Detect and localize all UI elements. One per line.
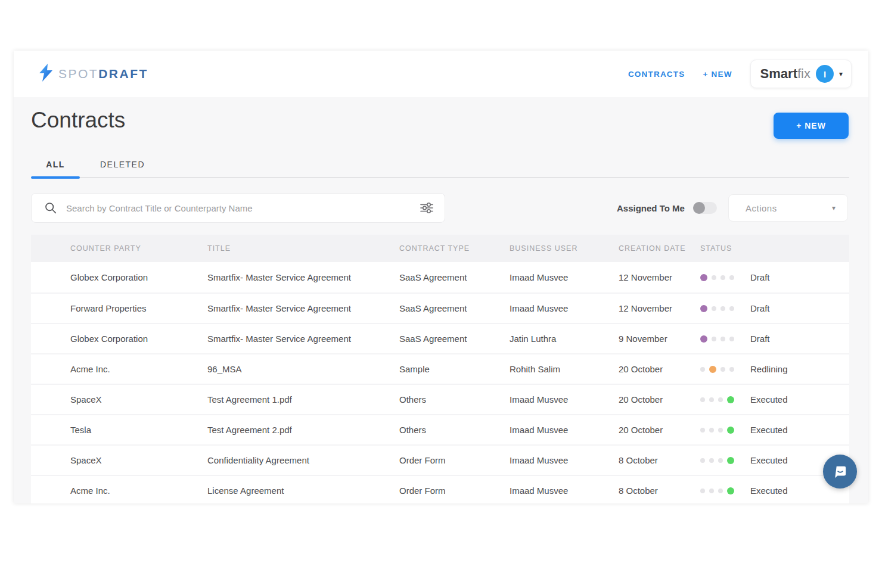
contracts-table: COUNTER PARTY TITLE CONTRACT TYPE BUSINE… <box>31 235 849 503</box>
cell-status: Executed <box>700 486 849 496</box>
cell-business-user: Imaad Musvee <box>510 455 619 465</box>
status-dot <box>720 306 725 311</box>
cell-contract-type: Others <box>399 425 510 435</box>
cell-title: Smartfix- Master Service Agreement <box>207 303 399 313</box>
nav-new-link[interactable]: + NEW <box>703 70 732 79</box>
actions-dropdown[interactable]: Actions ▾ <box>728 194 848 222</box>
cell-creation-date: 12 November <box>619 303 700 313</box>
cell-business-user: Rohith Salim <box>510 364 619 374</box>
status-dot <box>709 458 714 463</box>
status-dot <box>700 458 705 463</box>
chevron-down-icon: ▾ <box>832 204 836 212</box>
table-row[interactable]: Acme Inc. License Agreement Order Form I… <box>31 475 849 503</box>
table-row[interactable]: Globex Corporation Smartfix- Master Serv… <box>31 323 849 353</box>
active-tab-indicator <box>31 176 80 179</box>
status-dot <box>727 396 734 403</box>
app-window: SPOTDRAFT CONTRACTS + NEW Smartfix I ▾ C… <box>14 51 868 503</box>
spotdraft-logo[interactable]: SPOTDRAFT <box>39 64 148 84</box>
cell-business-user: Imaad Musvee <box>510 425 619 435</box>
cell-business-user: Imaad Musvee <box>510 272 619 282</box>
table-row[interactable]: Globex Corporation Smartfix- Master Serv… <box>31 262 849 293</box>
cell-status: Executed <box>700 425 849 435</box>
status-label: Executed <box>750 425 788 435</box>
cell-contract-type: Order Form <box>399 486 510 496</box>
lightning-bolt-icon <box>39 64 53 84</box>
status-progress-dots <box>700 366 743 373</box>
cell-counterparty: Tesla <box>70 425 207 435</box>
status-dot <box>712 306 716 311</box>
status-dot <box>700 428 705 433</box>
cell-title: Smartfix- Master Service Agreement <box>207 272 399 282</box>
cell-creation-date: 12 November <box>619 272 700 282</box>
cell-contract-type: Sample <box>399 364 510 374</box>
column-header-contract-type: CONTRACT TYPE <box>399 244 510 253</box>
cell-title: Test Agreement 2.pdf <box>207 425 399 435</box>
table-row[interactable]: SpaceX Confidentiality Agreement Order F… <box>31 444 849 475</box>
nav-contracts-link[interactable]: CONTRACTS <box>628 70 685 79</box>
cell-contract-type: SaaS Agreement <box>399 303 510 313</box>
cell-counterparty: SpaceX <box>70 455 207 465</box>
status-progress-dots <box>700 274 743 281</box>
cell-contract-type: Order Form <box>399 455 510 465</box>
status-dot <box>727 487 734 494</box>
cell-title: License Agreement <box>207 486 399 496</box>
status-dot <box>718 489 723 493</box>
assigned-to-me-toggle[interactable] <box>693 202 717 214</box>
search-bar <box>31 193 445 223</box>
cell-contract-type: Others <box>399 394 510 405</box>
status-progress-dots <box>700 427 743 434</box>
status-dot <box>700 367 705 372</box>
tab-deleted[interactable]: DELETED <box>94 151 151 178</box>
status-dot <box>700 397 705 402</box>
table-row[interactable]: Tesla Test Agreement 2.pdf Others Imaad … <box>31 414 849 444</box>
search-input[interactable] <box>66 203 420 213</box>
status-dot <box>700 305 707 312</box>
status-progress-dots <box>700 335 743 343</box>
column-header-creation-date: CREATION DATE <box>619 244 700 253</box>
cell-creation-date: 20 October <box>619 364 700 374</box>
assigned-to-me-control: Assigned To Me <box>617 193 717 223</box>
status-dot <box>709 397 714 402</box>
table-row[interactable]: Forward Properties Smartfix- Master Serv… <box>31 293 849 323</box>
status-dot <box>709 428 714 433</box>
table-row[interactable]: Acme Inc. 96_MSA Sample Rohith Salim 20 … <box>31 353 849 384</box>
cell-counterparty: Acme Inc. <box>70 364 207 374</box>
cell-creation-date: 20 October <box>619 425 700 435</box>
status-dot <box>712 275 716 280</box>
cell-creation-date: 20 October <box>619 394 700 405</box>
workspace-menu[interactable]: Smartfix I ▾ <box>750 60 852 88</box>
tab-all[interactable]: ALL <box>31 151 80 178</box>
column-header-title: TITLE <box>207 244 399 253</box>
chat-launcher-button[interactable] <box>823 455 857 489</box>
new-contract-button[interactable]: + NEW <box>774 113 849 139</box>
status-progress-dots <box>700 487 743 494</box>
cell-business-user: Imaad Musvee <box>510 394 619 405</box>
cell-counterparty: Globex Corporation <box>70 334 207 344</box>
cell-counterparty: Globex Corporation <box>70 272 207 282</box>
table-row[interactable]: SpaceX Test Agreement 1.pdf Others Imaad… <box>31 384 849 414</box>
cell-business-user: Imaad Musvee <box>510 486 619 496</box>
workspace-name: Smartfix <box>760 66 810 82</box>
column-header-status: STATUS <box>700 244 849 253</box>
status-dot <box>729 275 734 280</box>
chat-bubble-icon <box>833 464 848 480</box>
filter-sliders-icon[interactable] <box>420 202 434 214</box>
cell-counterparty: SpaceX <box>70 394 207 405</box>
cell-title: Smartfix- Master Service Agreement <box>207 334 399 344</box>
app-bar: SPOTDRAFT CONTRACTS + NEW Smartfix I ▾ <box>14 51 868 97</box>
cell-business-user: Jatin Luthra <box>510 334 619 344</box>
cell-creation-date: 8 October <box>619 486 700 496</box>
toggle-knob <box>693 202 705 214</box>
logo-wordmark: SPOTDRAFT <box>58 67 148 81</box>
cell-status: Draft <box>700 303 849 313</box>
status-label: Redlining <box>750 364 788 374</box>
cell-counterparty: Forward Properties <box>70 303 207 313</box>
search-icon <box>45 202 57 214</box>
status-dot <box>720 367 725 372</box>
cell-contract-type: SaaS Agreement <box>399 334 510 344</box>
status-dot <box>700 489 705 493</box>
actions-dropdown-label: Actions <box>746 203 777 213</box>
table-body: Globex Corporation Smartfix- Master Serv… <box>31 262 849 503</box>
status-dot <box>709 366 716 373</box>
tab-bar: ALL DELETED <box>31 151 151 178</box>
